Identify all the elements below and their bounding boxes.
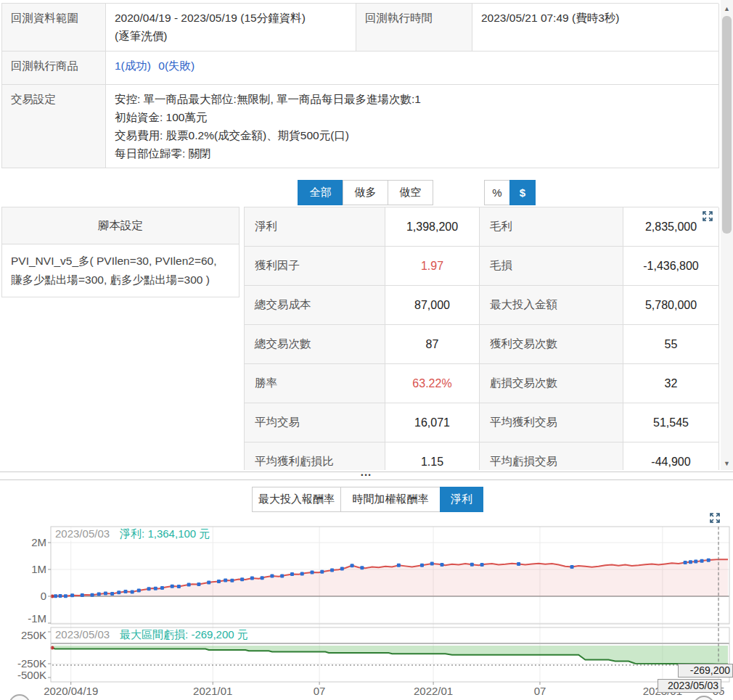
tab-long[interactable]: 做多 <box>343 180 388 205</box>
script-settings-body: PVI_NVI_v5_多( PVIlen=30, PVIlen2=60, 賺多少… <box>1 244 239 297</box>
fail-count-link[interactable]: 0(失敗) <box>158 59 194 72</box>
chart-tab-group: 最大投入報酬率 時間加權報酬率 淨利 <box>252 487 483 512</box>
annotation-label: 淨利: <box>120 527 144 540</box>
stat-label: 毛利 <box>480 207 623 247</box>
stat-label: 平均獲利虧損比 <box>245 442 385 470</box>
trade-settings-line: 安控: 單一商品最大部位:無限制, 單一商品每日最多進場次數:1 <box>115 90 710 108</box>
x-axis-tick: 2022/01 <box>414 685 453 697</box>
stat-value: 1.15 <box>385 442 480 470</box>
panel-splitter[interactable]: ••• <box>0 472 733 480</box>
x-axis-tick: 2021/01 <box>193 685 232 697</box>
y-axis-tick: -1M <box>3 612 46 625</box>
info-label-exec-time: 回測執行時間 <box>356 4 472 52</box>
data-range-line1: 2020/04/19 - 2023/05/19 (15分鐘資料) <box>115 9 347 27</box>
x-axis-tick: 2020/04/19 <box>44 685 98 697</box>
backtest-report-page: 回測資料範圍 2020/04/19 - 2023/05/19 (15分鐘資料) … <box>0 0 733 700</box>
stat-value: 87 <box>385 325 480 364</box>
x-axis-tick: 07 <box>534 685 546 697</box>
range-handle-right[interactable] <box>693 696 715 700</box>
annotation-date: 2023/05/03 <box>55 628 110 641</box>
annotation-value: 1,364,100 <box>147 527 196 540</box>
unit-tab-group: % $ <box>484 180 536 205</box>
stat-value: 32 <box>623 364 719 403</box>
stat-value: 51,545 <box>623 403 719 442</box>
stat-label: 平均獲利交易 <box>480 403 623 442</box>
stat-value: 55 <box>623 325 719 364</box>
tab-dollar[interactable]: $ <box>509 180 536 205</box>
stat-label: 平均交易 <box>245 403 385 442</box>
stat-label: 最大投入金額 <box>480 286 623 325</box>
trade-settings-line: 交易費用: 股票0.2%(成交金額)、期貨500元(口) <box>115 126 710 144</box>
y-axis-tick: 250K <box>3 629 46 641</box>
stat-value: 63.22% <box>385 364 480 403</box>
annotation-value: -269,200 <box>191 628 234 641</box>
tab-max-invest-return[interactable]: 最大投入報酬率 <box>252 487 341 512</box>
trade-settings-line: 初始資金: 100萬元 <box>115 108 710 126</box>
tab-percent[interactable]: % <box>484 180 510 205</box>
info-label-data-range: 回測資料範圍 <box>2 4 106 52</box>
y-axis-tick: 1M <box>3 563 46 575</box>
y-axis-tick: 0 <box>3 590 46 602</box>
stat-value: -44,900 <box>623 442 719 470</box>
stat-label: 獲利交易次數 <box>480 325 623 364</box>
results-area: 腳本設定 PVI_NVI_v5_多( PVIlen=30, PVIlen2=60… <box>0 207 733 470</box>
scrollbar-thumb[interactable] <box>722 16 732 234</box>
stat-label: 總交易次數 <box>245 325 385 364</box>
stat-label: 勝率 <box>245 364 385 403</box>
y-axis-tick: -250K <box>3 657 46 670</box>
vertical-scrollbar[interactable]: ▲ ▼ <box>721 0 733 470</box>
info-value-data-range: 2020/04/19 - 2023/05/19 (15分鐘資料) (逐筆洗價) <box>106 4 356 52</box>
annotation-unit: 元 <box>199 527 210 540</box>
annotation-label: 最大區間虧損: <box>120 628 188 641</box>
crosshair-date-tooltip: 2023/05/03 <box>658 679 721 693</box>
success-count-link[interactable]: 1(成功) <box>115 59 151 72</box>
stat-label: 平均虧損交易 <box>480 442 623 470</box>
tab-all[interactable]: 全部 <box>298 180 343 205</box>
stat-value: 5,780,000 <box>623 286 719 325</box>
drawdown-annotation: 2023/05/03最大區間虧損: -269,200 元 <box>55 628 248 642</box>
stat-label: 毛損 <box>480 247 623 286</box>
stat-label: 虧損交易次數 <box>480 364 623 403</box>
x-axis-tick: 07 <box>314 685 326 697</box>
tab-short[interactable]: 做空 <box>388 180 433 205</box>
stat-value: 16,071 <box>385 403 480 442</box>
info-label-trade-settings: 交易設定 <box>2 85 106 168</box>
expand-icon <box>703 211 713 224</box>
direction-tab-group: 全部 做多 做空 <box>298 180 433 205</box>
stat-value: 1,398,200 <box>385 207 480 247</box>
tab-net-profit[interactable]: 淨利 <box>440 487 483 512</box>
script-settings-panel: 腳本設定 PVI_NVI_v5_多( PVIlen=30, PVIlen2=60… <box>1 207 239 297</box>
info-value-exec-time: 2023/05/21 07:49 (費時3秒) <box>472 4 719 52</box>
stat-label: 淨利 <box>245 207 385 247</box>
stat-label: 總交易成本 <box>245 286 385 325</box>
equity-annotation: 2023/05/03淨利: 1,364,100 元 <box>55 527 210 541</box>
tab-time-weighted-return[interactable]: 時間加權報酬率 <box>340 487 441 512</box>
data-range-line2: (逐筆洗價) <box>115 27 347 45</box>
range-handle-left[interactable] <box>9 694 30 700</box>
annotation-date: 2023/05/03 <box>55 527 110 540</box>
annotation-unit: 元 <box>237 628 248 641</box>
y-axis-tick: 2M <box>3 536 46 548</box>
stats-expand-button[interactable] <box>700 210 716 226</box>
stat-value: 1.97 <box>385 247 480 286</box>
backtest-info-table: 回測資料範圍 2020/04/19 - 2023/05/19 (15分鐘資料) … <box>1 3 718 168</box>
stat-value: 87,000 <box>385 286 480 325</box>
scroll-down-icon[interactable]: ▼ <box>721 457 733 469</box>
trade-settings-line: 每日部位歸零: 關閉 <box>115 144 710 162</box>
info-value-exec-symbols: 1(成功) 0(失敗) <box>106 52 719 85</box>
info-value-trade-settings: 安控: 單一商品最大部位:無限制, 單一商品每日最多進場次數:1 初始資金: 1… <box>106 85 719 168</box>
equity-drawdown-chart[interactable] <box>0 516 733 685</box>
stat-value: -1,436,800 <box>623 247 719 286</box>
y-axis-tick: -500K <box>3 669 46 681</box>
scroll-up-icon[interactable]: ▲ <box>721 2 733 15</box>
stat-label: 獲利因子 <box>245 247 385 286</box>
performance-stats-table: 淨利 1,398,200 毛利 2,835,000 獲利因子 1.97 毛損 -… <box>244 207 718 470</box>
crosshair-value-tooltip: -269,200 <box>678 664 733 678</box>
script-settings-header: 腳本設定 <box>1 207 239 244</box>
info-label-exec-symbols: 回測執行商品 <box>2 52 106 85</box>
